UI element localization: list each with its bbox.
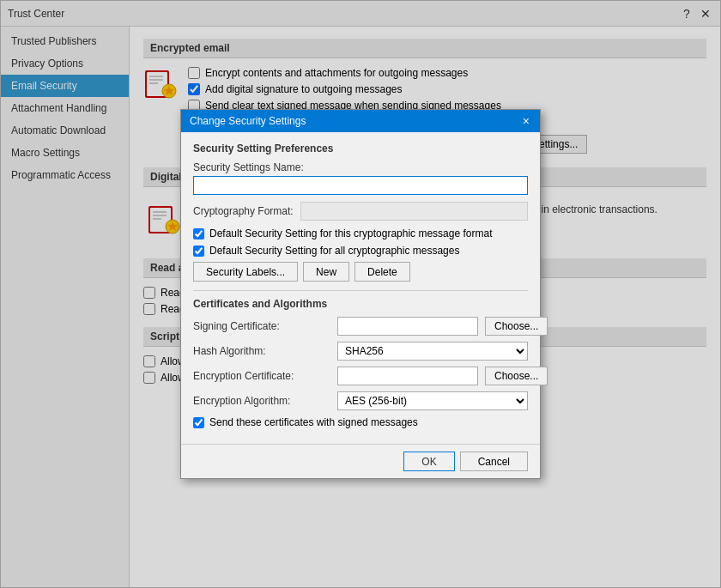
delete-button[interactable]: Delete [354, 262, 410, 282]
trust-center-window: Trust Center ? ✕ Trusted Publishers Priv… [0, 0, 721, 588]
signing-cert-row: Signing Certificate: Choose... [193, 317, 528, 336]
signing-cert-choose-button[interactable]: Choose... [485, 317, 548, 336]
encryption-algo-label: Encryption Algorithm: [193, 395, 330, 407]
modal-close-button[interactable]: × [521, 114, 531, 128]
crypto-format-input [300, 202, 528, 221]
hash-algo-row: Hash Algorithm: SHA256 [193, 342, 528, 361]
modal-middle-buttons: Security Labels... New Delete [193, 262, 528, 282]
hash-algo-select[interactable]: SHA256 [337, 342, 528, 361]
modal-checkbox-default-all: Default Security Setting for all cryptog… [193, 245, 528, 257]
modal-footer: OK Cancel [181, 444, 540, 478]
default-all-crypto-checkbox[interactable] [193, 246, 204, 257]
modal-checkbox-default-crypto: Default Security Setting for this crypto… [193, 227, 528, 239]
send-certs-label: Send these certificates with signed mess… [209, 416, 418, 428]
settings-name-label: Security Settings Name: [193, 161, 528, 173]
signing-cert-label: Signing Certificate: [193, 320, 330, 332]
cert-algo-header: Certificates and Algorithms [193, 298, 528, 310]
default-crypto-format-checkbox[interactable] [193, 228, 204, 239]
encryption-cert-choose-button[interactable]: Choose... [485, 367, 548, 385]
ok-button[interactable]: OK [403, 452, 454, 471]
modal-title: Change Security Settings [190, 115, 306, 127]
cancel-button[interactable]: Cancel [460, 452, 528, 471]
modal-title-bar: Change Security Settings × [181, 110, 540, 132]
send-certs-row: Send these certificates with signed mess… [193, 416, 528, 428]
new-button[interactable]: New [303, 262, 349, 282]
encryption-algo-row: Encryption Algorithm: AES (256-bit) [193, 391, 528, 410]
encryption-cert-label: Encryption Certificate: [193, 370, 330, 382]
modal-overlay: Change Security Settings × Security Sett… [1, 1, 720, 587]
encryption-algo-select[interactable]: AES (256-bit) [337, 391, 528, 410]
default-all-crypto-label: Default Security Setting for all cryptog… [209, 245, 459, 257]
send-certs-checkbox[interactable] [193, 417, 204, 428]
encryption-cert-input [337, 367, 478, 385]
security-labels-button[interactable]: Security Labels... [193, 262, 298, 282]
hash-algo-label: Hash Algorithm: [193, 345, 330, 357]
modal-body: Security Setting Preferences Security Se… [181, 132, 540, 444]
crypto-format-label: Cryptography Format: [193, 205, 294, 217]
signing-cert-input [337, 317, 478, 336]
encryption-cert-row: Encryption Certificate: Choose... [193, 367, 528, 385]
prefs-header: Security Setting Preferences [193, 142, 528, 155]
default-crypto-format-label: Default Security Setting for this crypto… [209, 227, 492, 239]
settings-name-input[interactable] [193, 176, 528, 195]
change-security-settings-dialog: Change Security Settings × Security Sett… [180, 109, 541, 479]
